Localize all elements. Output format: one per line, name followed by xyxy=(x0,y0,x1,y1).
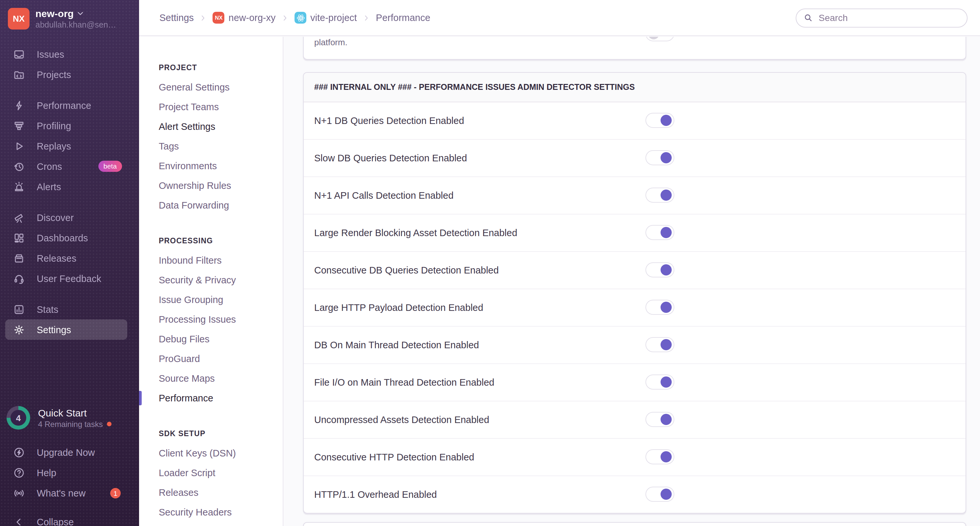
sidebar-nav: IssuesProjectsPerformanceProfilingReplay… xyxy=(0,44,139,340)
settings-nav-item-tags[interactable]: Tags xyxy=(139,137,283,156)
sidebar-item-stats[interactable]: Stats xyxy=(0,299,139,319)
search-box[interactable] xyxy=(795,8,967,27)
settings-nav-item-alert-settings[interactable]: Alert Settings xyxy=(139,117,283,137)
toggle-n-1-api-calls-detection-enabled[interactable] xyxy=(646,188,675,203)
settings-nav-item-loader-script[interactable]: Loader Script xyxy=(139,463,283,483)
sidebar-item-performance[interactable]: Performance xyxy=(0,95,139,116)
box-icon xyxy=(13,252,25,264)
chevron-right-icon xyxy=(363,14,370,21)
toggle-slow-db-queries-detection-enabled[interactable] xyxy=(646,150,675,165)
sidebar-item-user-feedback[interactable]: User Feedback xyxy=(0,268,139,289)
broadcast-icon xyxy=(13,487,25,499)
toggle-knob xyxy=(660,264,672,275)
toggle-knob xyxy=(660,302,672,313)
sidebar-item-dashboards[interactable]: Dashboards xyxy=(0,227,139,248)
settings-nav-item-proguard[interactable]: ProGuard xyxy=(139,349,283,369)
org-switcher[interactable]: NX new-org abdullah.khan@sen… xyxy=(0,0,139,30)
next-card-sliver xyxy=(303,522,966,526)
sidebar-item-discover[interactable]: Discover xyxy=(0,207,139,227)
setting-row-large-render-blocking-asset-detection-enabled: Large Render Blocking Asset Detection En… xyxy=(304,214,966,251)
toggle-large-render-blocking-asset-detection-enabled[interactable] xyxy=(646,225,675,240)
settings-nav-item-debug-files[interactable]: Debug Files xyxy=(139,329,283,349)
settings-nav-item-environments[interactable]: Environments xyxy=(139,156,283,176)
setting-row-n-1-db-queries-detection-enabled: N+1 DB Queries Detection Enabled xyxy=(304,102,966,139)
top-bar: Settings NX new-org-xy vite-project Perf… xyxy=(139,0,980,36)
breadcrumb-performance[interactable]: Performance xyxy=(376,13,430,23)
setting-label: N+1 DB Queries Detection Enabled xyxy=(314,116,464,126)
setting-row-http-1-1-overhead-enabled: HTTP/1.1 Overhead Enabled xyxy=(304,475,966,513)
settings-nav-item-issue-grouping[interactable]: Issue Grouping xyxy=(139,290,283,310)
sidebar-item-label: Crons xyxy=(37,161,62,172)
sidebar-item-profiling[interactable]: Profiling xyxy=(0,116,139,136)
chevron-right-icon xyxy=(200,14,207,21)
toggle-knob xyxy=(660,451,672,462)
search-input[interactable] xyxy=(817,12,960,24)
setting-label: Uncompressed Assets Detection Enabled xyxy=(314,415,489,425)
toggle-file-i-o-on-main-thread-detection-enabled[interactable] xyxy=(646,375,675,389)
quick-start[interactable]: 4 Quick Start 4 Remaining tasks xyxy=(0,401,139,430)
toggle-consecutive-http-detection-enabled[interactable] xyxy=(646,449,675,464)
sidebar-item-releases[interactable]: Releases xyxy=(0,248,139,268)
sidebar-bottom: 4 Quick Start 4 Remaining tasks Upgrade … xyxy=(0,401,139,526)
settings-nav-item-project-teams[interactable]: Project Teams xyxy=(139,97,283,117)
breadcrumb-settings[interactable]: Settings xyxy=(159,13,194,23)
settings-nav-item-inbound-filters[interactable]: Inbound Filters xyxy=(139,251,283,270)
org-email: abdullah.khan@sen… xyxy=(35,20,116,30)
chevron-right-icon xyxy=(282,14,289,21)
toggle-partial-setting[interactable] xyxy=(646,37,675,41)
setting-label: HTTP/1.1 Overhead Enabled xyxy=(314,489,437,500)
toggle-knob xyxy=(660,152,672,163)
lightning-icon xyxy=(13,99,25,111)
settings-nav-section: PROJECTGeneral SettingsProject TeamsAler… xyxy=(139,58,283,215)
settings-nav-item-processing-issues[interactable]: Processing Issues xyxy=(139,310,283,329)
toggle-http-1-1-overhead-enabled[interactable] xyxy=(646,487,675,502)
sidebar-nav-group: StatsSettings xyxy=(0,299,139,340)
sidebar-item-alerts[interactable]: Alerts xyxy=(0,176,139,197)
settings-nav-item-releases[interactable]: Releases xyxy=(139,483,283,502)
settings-nav-item-security-privacy[interactable]: Security & Privacy xyxy=(139,270,283,290)
toggle-n-1-db-queries-detection-enabled[interactable] xyxy=(646,113,675,128)
sidebar-nav-group: IssuesProjects xyxy=(0,44,139,84)
settings-nav-item-data-forwarding[interactable]: Data Forwarding xyxy=(139,195,283,215)
breadcrumb-project[interactable]: vite-project xyxy=(294,12,357,24)
sidebar-item-what-s-new[interactable]: What's new1 xyxy=(0,483,139,503)
toggle-consecutive-db-queries-detection-enabled[interactable] xyxy=(646,262,675,277)
settings-nav-item-source-maps[interactable]: Source Maps xyxy=(139,369,283,388)
setting-row-consecutive-db-queries-detection-enabled: Consecutive DB Queries Detection Enabled xyxy=(304,251,966,289)
setting-label: DB On Main Thread Detection Enabled xyxy=(314,340,479,350)
sidebar-item-help[interactable]: Help xyxy=(0,462,139,483)
settings-nav-item-client-keys-dsn[interactable]: Client Keys (DSN) xyxy=(139,443,283,463)
sidebar-item-label: Replays xyxy=(37,141,71,151)
sidebar-item-settings[interactable]: Settings xyxy=(5,319,127,340)
setting-label: Slow DB Queries Detection Enabled xyxy=(314,153,467,163)
setting-row-db-on-main-thread-detection-enabled: DB On Main Thread Detection Enabled xyxy=(304,326,966,363)
stats-icon xyxy=(13,304,25,315)
setting-row-large-http-payload-detection-enabled: Large HTTP Payload Detection Enabled xyxy=(304,289,966,326)
sidebar-item-upgrade-now[interactable]: Upgrade Now xyxy=(0,442,139,462)
settings-nav-item-ownership-rules[interactable]: Ownership Rules xyxy=(139,176,283,195)
react-project-icon xyxy=(294,12,306,24)
sidebar-item-replays[interactable]: Replays xyxy=(0,136,139,156)
sidebar-item-issues[interactable]: Issues xyxy=(0,44,139,64)
setting-row-slow-db-queries-detection-enabled: Slow DB Queries Detection Enabled xyxy=(304,139,966,176)
toggle-knob xyxy=(660,227,672,238)
play-icon xyxy=(13,140,25,152)
sidebar-item-crons[interactable]: Cronsbeta xyxy=(0,156,139,176)
sidebar-item-projects[interactable]: Projects xyxy=(0,64,139,84)
toggle-uncompressed-assets-detection-enabled[interactable] xyxy=(646,412,675,427)
toggle-knob xyxy=(660,115,672,126)
clock-icon xyxy=(13,161,25,172)
settings-nav-item-user-feedback[interactable]: User Feedback xyxy=(139,522,283,526)
settings-nav-item-performance[interactable]: Performance xyxy=(139,388,283,408)
toggle-db-on-main-thread-detection-enabled[interactable] xyxy=(646,337,675,352)
sidebar-item-label: Profiling xyxy=(37,120,71,131)
settings-nav: PROJECTGeneral SettingsProject TeamsAler… xyxy=(139,37,283,526)
telescope-icon xyxy=(13,211,25,223)
settings-nav-item-security-headers[interactable]: Security Headers xyxy=(139,502,283,522)
breadcrumb: Settings NX new-org-xy vite-project Perf… xyxy=(159,12,430,24)
settings-nav-item-general-settings[interactable]: General Settings xyxy=(139,77,283,97)
toggle-knob xyxy=(660,339,672,350)
collapse-button[interactable]: Collapse xyxy=(0,512,139,526)
breadcrumb-organization[interactable]: NX new-org-xy xyxy=(213,12,275,24)
toggle-large-http-payload-detection-enabled[interactable] xyxy=(646,300,675,315)
